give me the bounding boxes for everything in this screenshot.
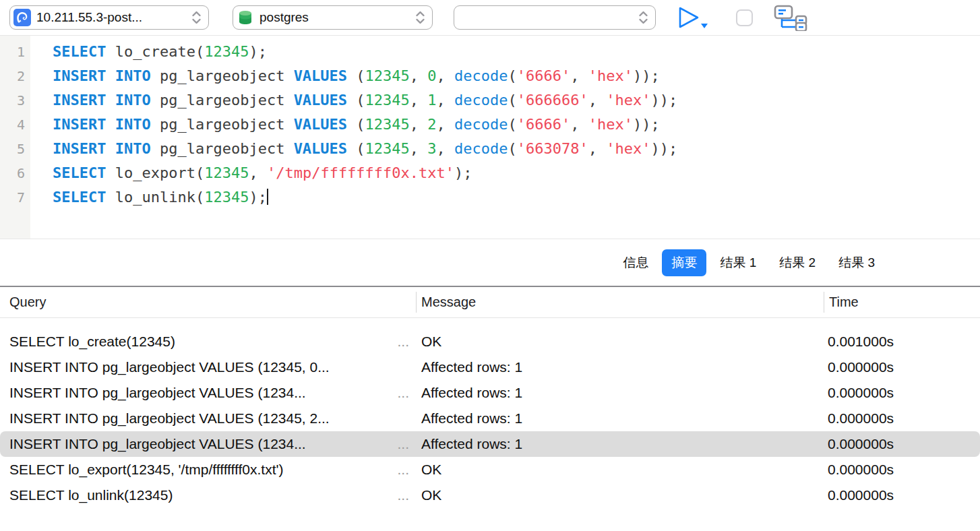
time-cell: 0.000000s: [824, 406, 980, 431]
code-token: (: [508, 140, 517, 157]
code-token: pg_largeobject: [151, 67, 294, 84]
code-token: INSERT INTO: [53, 67, 151, 84]
code-token: pg_largeobject: [151, 116, 294, 133]
query-text: SELECT lo_create(12345): [9, 334, 175, 350]
code-token: (: [508, 67, 517, 84]
code-token: ));: [633, 116, 660, 133]
message-cell: Affected rows: 1: [416, 380, 824, 406]
message-cell: OK: [416, 482, 824, 508]
overflow-ellipsis: ...: [397, 487, 416, 503]
time-cell: 0.000000s: [824, 431, 980, 457]
tab-result-1[interactable]: 结果 1: [710, 249, 766, 276]
code-token: ,: [410, 92, 428, 108]
overflow-ellipsis: ...: [397, 436, 416, 452]
code-token: ,: [410, 140, 428, 157]
code-token: ));: [651, 140, 678, 157]
code-token: 12345: [204, 189, 249, 206]
code-token: 12345: [365, 116, 410, 133]
results-table: Query Message Time SELECT lo_create(1234…: [0, 286, 980, 508]
code-token: (: [347, 140, 365, 157]
explain-plan-button[interactable]: [773, 4, 811, 31]
table-row[interactable]: INSERT INTO pg_largeobject VALUES (1234.…: [0, 431, 980, 457]
code-token: pg_largeobject: [151, 140, 294, 157]
table-row[interactable]: SELECT lo_create(12345)...OK0.001000s: [0, 329, 980, 354]
code-token: pg_largeobject: [151, 92, 294, 108]
message-cell: Affected rows: 1: [416, 406, 824, 431]
column-header-message[interactable]: Message: [416, 287, 824, 317]
message-cell: OK: [416, 329, 824, 354]
line-number: 5: [0, 137, 30, 161]
code-token: 12345: [204, 43, 249, 60]
sql-editor[interactable]: 1234567 SELECT lo_create(12345);INSERT I…: [0, 36, 980, 239]
results-body: SELECT lo_create(12345)...OK0.001000sINS…: [0, 318, 980, 508]
table-row[interactable]: SELECT lo_unlink(12345)...OK0.000000s: [0, 482, 980, 508]
code-token: lo_unlink(: [106, 189, 204, 206]
code-token: 12345: [365, 140, 410, 157]
query-text: INSERT INTO pg_largeobject VALUES (12345…: [9, 410, 330, 427]
table-row[interactable]: INSERT INTO pg_largeobject VALUES (1234.…: [0, 380, 980, 406]
code-token: ,: [588, 140, 607, 157]
code-token: decode: [454, 92, 508, 108]
time-cell: 0.000000s: [824, 380, 980, 406]
code-token: VALUES: [294, 67, 347, 84]
code-token: ,: [437, 116, 455, 133]
results-header: Query Message Time: [0, 287, 980, 318]
message-cell: OK: [416, 457, 824, 482]
code-token: 1: [427, 92, 436, 108]
tab-summary[interactable]: 摘要: [662, 249, 706, 276]
tab-result-3[interactable]: 结果 3: [829, 249, 884, 276]
table-row[interactable]: INSERT INTO pg_largeobject VALUES (12345…: [0, 406, 980, 431]
tab-result-2[interactable]: 结果 2: [770, 249, 825, 276]
code-token: 0: [427, 67, 436, 84]
tab-info[interactable]: 信息: [613, 249, 658, 276]
time-cell: 0.000000s: [824, 354, 980, 380]
code-token: VALUES: [294, 140, 347, 157]
query-cell: SELECT lo_export(12345, '/tmp/ffffffff0x…: [0, 457, 416, 482]
connection-select-value: 10.211.55.3-post...: [36, 10, 186, 25]
time-cell: 0.001000s: [824, 329, 980, 354]
query-cell: SELECT lo_unlink(12345)...: [0, 482, 416, 508]
code-token: '6666': [517, 67, 570, 84]
line-number: 6: [0, 161, 30, 185]
result-tab-bar: 信息摘要结果 1结果 2结果 3: [0, 239, 980, 286]
code-token: 'hex': [588, 67, 633, 84]
stop-on-error-checkbox[interactable]: [736, 9, 753, 26]
line-number: 7: [0, 185, 30, 210]
code-token: decode: [454, 140, 508, 157]
code-token: (: [508, 116, 517, 133]
code-token: ,: [570, 116, 588, 133]
code-token: INSERT INTO: [53, 116, 151, 133]
connection-select[interactable]: 10.211.55.3-post...: [9, 5, 209, 30]
code-token: '666666': [517, 92, 588, 108]
overflow-ellipsis: ...: [397, 334, 416, 350]
toolbar: 10.211.55.3-post... postgres: [0, 0, 980, 36]
code-token: 12345: [365, 92, 410, 108]
query-profile-select[interactable]: [454, 5, 656, 30]
code-token: SELECT: [53, 189, 106, 206]
table-row[interactable]: SELECT lo_export(12345, '/tmp/ffffffff0x…: [0, 457, 980, 482]
code-token: ,: [410, 67, 428, 84]
line-number: 1: [0, 40, 30, 64]
code-token: ,: [437, 67, 455, 84]
code-token: VALUES: [294, 116, 347, 133]
query-text: INSERT INTO pg_largeobject VALUES (1234.…: [9, 385, 306, 401]
table-row[interactable]: INSERT INTO pg_largeobject VALUES (12345…: [0, 354, 980, 380]
up-down-chevrons-icon: [190, 10, 203, 25]
database-select[interactable]: postgres: [233, 5, 433, 30]
code-token: (: [347, 67, 365, 84]
query-text: SELECT lo_unlink(12345): [9, 487, 173, 503]
code-line: SELECT lo_unlink(12345);: [53, 185, 980, 210]
time-cell: 0.000000s: [824, 457, 980, 482]
code-token: ));: [651, 92, 678, 108]
code-token: '6666': [517, 116, 570, 133]
explain-plan-tree-icon: [773, 4, 811, 31]
code-area[interactable]: SELECT lo_create(12345);INSERT INTO pg_l…: [30, 36, 980, 239]
column-header-time[interactable]: Time: [824, 287, 980, 317]
overflow-ellipsis: ...: [397, 385, 416, 401]
run-play-icon: [680, 8, 698, 27]
query-text: INSERT INTO pg_largeobject VALUES (12345…: [9, 359, 330, 375]
code-token: (: [347, 116, 365, 133]
code-token: 2: [427, 116, 436, 133]
column-header-query[interactable]: Query: [0, 287, 416, 317]
run-button[interactable]: [677, 5, 714, 30]
